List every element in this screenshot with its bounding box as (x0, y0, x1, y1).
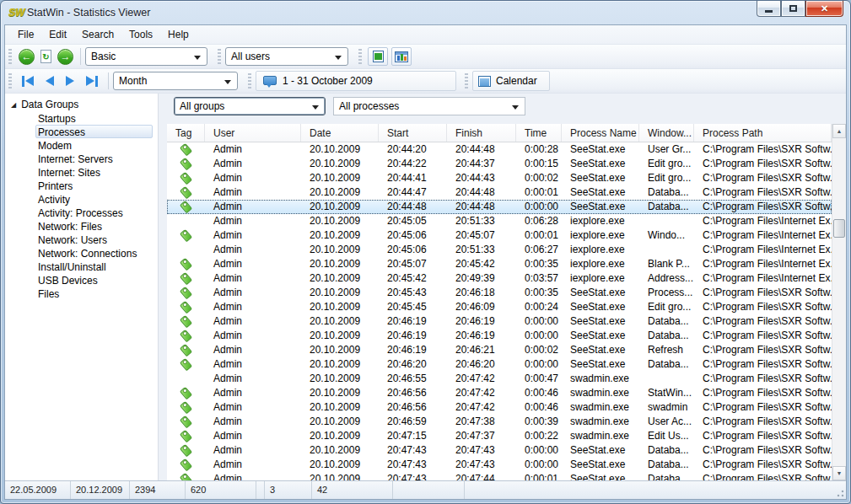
column-header-window[interactable]: Window... (639, 124, 694, 142)
table-row[interactable]: Admin20.10.200920:45:4520:46:090:00:24Se… (167, 300, 832, 314)
scrollbar-thumb[interactable] (833, 219, 845, 238)
process-filter-combobox[interactable]: All processes (333, 97, 525, 115)
tree-item-network-files[interactable]: Network: Files (35, 219, 153, 233)
minimize-button[interactable] (757, 1, 781, 17)
first-period-button[interactable] (22, 76, 34, 87)
table-row[interactable]: Admin20.10.200920:44:4820:44:480:00:00Se… (167, 200, 832, 214)
tree-item-printers[interactable]: Printers (35, 179, 153, 192)
column-header-time[interactable]: Time (516, 124, 562, 142)
table-row[interactable]: Admin20.10.200920:46:5620:47:420:00:46sw… (167, 386, 832, 400)
groups-filter-combobox[interactable]: All groups (174, 97, 326, 115)
toolbar-grip[interactable] (248, 73, 251, 88)
period-combobox[interactable]: Month (113, 72, 238, 90)
cell-date: 20.10.2009 (301, 200, 379, 214)
previous-period-button[interactable] (46, 76, 54, 86)
tree-item-activity-processes[interactable]: Activity: Processes (35, 206, 153, 219)
column-header-user[interactable]: User (205, 124, 301, 142)
menu-item-tools[interactable]: Tools (121, 26, 160, 43)
tree-item-network-connections[interactable]: Network: Connections (35, 246, 153, 260)
calendar-button-label: Calendar (496, 75, 537, 87)
tag-cell (167, 443, 205, 458)
table-row[interactable]: Admin20.10.200920:45:0620:51:330:06:27ie… (167, 243, 832, 257)
tree-item-internet-servers[interactable]: Internet: Servers (35, 152, 153, 165)
menu-item-file[interactable]: File (10, 26, 41, 43)
tree-item-network-users[interactable]: Network: Users (35, 233, 153, 246)
title-bar[interactable]: SW StatWin - Statistics Viewer ✕ (1, 1, 850, 24)
toolbar-grip[interactable] (358, 49, 362, 64)
cell-user: Admin (205, 200, 301, 214)
toolbar-grip[interactable] (8, 73, 12, 88)
table-row[interactable]: Admin20.10.200920:45:4220:49:390:03:57ie… (167, 271, 832, 286)
cell-time: 0:00:01 (516, 228, 562, 243)
cell-process-name: SeeStat.exe (562, 314, 639, 329)
table-row[interactable]: Admin20.10.200920:44:2020:44:480:00:28Se… (167, 142, 832, 157)
cell-user: Admin (205, 357, 301, 372)
table-row[interactable]: Admin20.10.200920:45:0620:45:070:00:01ie… (167, 228, 832, 243)
menu-item-help[interactable]: Help (160, 26, 197, 43)
table-row[interactable]: Admin20.10.200920:44:2220:44:370:00:15Se… (167, 157, 832, 171)
table-row[interactable]: Admin20.10.200920:45:0720:45:420:00:35ie… (167, 257, 832, 271)
column-header-process-path[interactable]: Process Path (694, 124, 832, 142)
tree-item-processes[interactable]: Processes (35, 125, 153, 138)
report-view-button[interactable] (368, 47, 388, 66)
column-header-date[interactable]: Date (301, 124, 379, 142)
table-row[interactable]: Admin20.10.200920:47:4320:47:430:00:00Se… (167, 443, 832, 458)
column-header-process-name[interactable]: Process Name (562, 124, 639, 142)
menu-item-edit[interactable]: Edit (41, 26, 74, 43)
tree-expand-icon[interactable]: ◢ (11, 101, 16, 109)
cell-date: 20.10.2009 (301, 314, 379, 329)
table-row[interactable]: Admin20.10.200920:46:5920:47:380:00:39sw… (167, 415, 832, 429)
tree-item-internet-sites[interactable]: Internet: Sites (35, 165, 153, 179)
column-header-start[interactable]: Start (379, 124, 447, 142)
table-row[interactable]: Admin20.10.200920:46:5520:47:420:00:47sw… (167, 372, 832, 386)
table-row[interactable]: Admin20.10.200920:44:4120:44:430:00:02Se… (167, 171, 832, 185)
refresh-button[interactable]: ↻ (40, 50, 51, 63)
close-button[interactable]: ✕ (805, 1, 843, 17)
resize-grip-icon[interactable] (834, 487, 844, 497)
toolbar-grip[interactable] (8, 49, 12, 64)
last-period-button[interactable] (86, 76, 98, 87)
cell-time: 0:00:46 (516, 386, 562, 400)
profile-combobox[interactable]: Basic (85, 47, 207, 66)
table-row[interactable]: Admin20.10.200920:47:1520:47:370:00:22sw… (167, 429, 832, 443)
tree-item-modem[interactable]: Modem (35, 138, 153, 152)
column-header-tag[interactable]: Tag (167, 124, 205, 142)
vertical-scrollbar[interactable]: ▲ ▼ (832, 124, 846, 480)
table-row[interactable]: Admin20.10.200920:46:2020:46:200:00:00Se… (167, 357, 832, 372)
toolbar-grip[interactable] (465, 73, 468, 88)
scroll-up-button[interactable]: ▲ (832, 124, 846, 138)
tree-root-data-groups[interactable]: ◢ Data Groups (5, 98, 158, 111)
table-row[interactable]: Admin20.10.200920:47:4320:47:430:00:00Se… (167, 458, 832, 472)
maximize-button[interactable] (781, 1, 805, 17)
tree-item-usb-devices[interactable]: USB Devices (35, 273, 153, 287)
tag-icon (180, 287, 192, 300)
cell-start: 20:45:06 (379, 228, 447, 243)
chart-view-button[interactable] (391, 47, 412, 66)
cell-time: 0:00:22 (516, 429, 562, 443)
column-header-finish[interactable]: Finish (447, 124, 516, 142)
tree-item-startups[interactable]: Startups (35, 111, 153, 125)
table-row[interactable]: Admin20.10.200920:47:4320:47:440:00:01Se… (167, 472, 832, 480)
scroll-down-button[interactable]: ▼ (832, 466, 846, 480)
cell-date: 20.10.2009 (301, 286, 379, 300)
menu-item-search[interactable]: Search (74, 26, 121, 43)
calendar-button[interactable]: Calendar (472, 71, 550, 91)
table-row[interactable]: Admin20.10.200920:46:1920:46:190:00:00Se… (167, 329, 832, 343)
forward-button[interactable]: → (57, 49, 73, 65)
table-row[interactable]: Admin20.10.200920:46:1920:46:210:00:02Se… (167, 343, 832, 357)
tree-item-install-uninstall[interactable]: Install/Uninstall (35, 260, 153, 273)
tag-icon (180, 172, 192, 185)
users-combobox[interactable]: All users (225, 47, 348, 66)
toolbar-grip[interactable] (218, 49, 221, 64)
back-button[interactable]: ← (19, 49, 35, 65)
table-row[interactable]: Admin20.10.200920:45:4320:46:180:00:35Se… (167, 286, 832, 300)
table-row[interactable]: Admin20.10.200920:45:0520:51:330:06:28ie… (167, 214, 832, 228)
cell-finish: 20:46:18 (447, 286, 516, 300)
table-row[interactable]: Admin20.10.200920:46:5620:47:420:00:46sw… (167, 400, 832, 415)
cell-date: 20.10.2009 (301, 343, 379, 357)
table-row[interactable]: Admin20.10.200920:44:4720:44:480:00:01Se… (167, 185, 832, 200)
next-period-button[interactable] (66, 76, 74, 86)
tree-item-activity[interactable]: Activity (35, 192, 153, 206)
table-row[interactable]: Admin20.10.200920:46:1920:46:190:00:00Se… (167, 314, 832, 329)
tree-item-files[interactable]: Files (35, 287, 153, 300)
